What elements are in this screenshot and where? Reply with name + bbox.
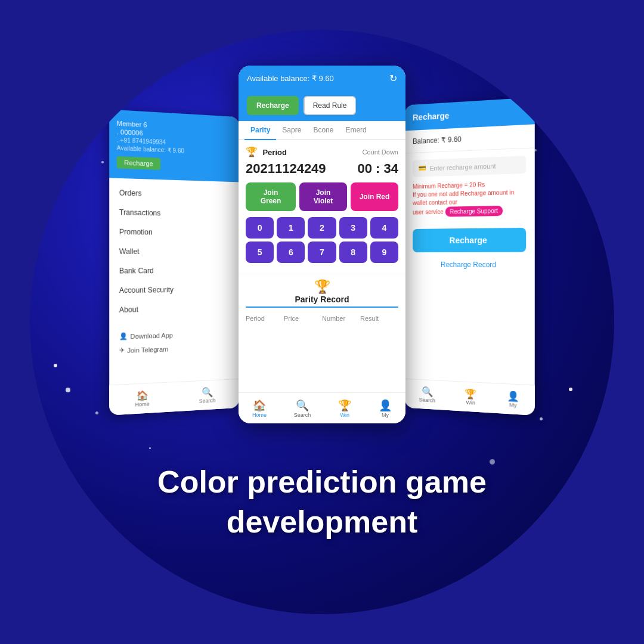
menu-transactions[interactable]: Transactions: [109, 202, 239, 224]
left-header: Member 6 . 000006 . +91 8741949934 Avail…: [109, 109, 239, 182]
center-nav-home[interactable]: 🏠 Home: [252, 399, 267, 418]
center-balance-label: Available balance: ₹ 9.60: [247, 74, 334, 83]
game-area: 🏆 Period Count Down 20211124249 00 : 34 …: [239, 140, 405, 274]
right-win-icon: 🏆: [465, 388, 476, 400]
num-2-button[interactable]: 2: [308, 217, 336, 239]
left-bottom-nav: 🏠 Home 🔍 Search: [109, 379, 239, 416]
record-trophy-icon: 🏆: [314, 279, 330, 295]
center-bottom-nav: 🏠 Home 🔍 Search 🏆 Win 👤 My: [239, 392, 405, 423]
center-home-icon: 🏠: [252, 399, 267, 412]
tab-sapre[interactable]: Sapre: [276, 121, 307, 140]
menu-orders[interactable]: Orders: [109, 183, 239, 206]
num-8-button[interactable]: 8: [339, 242, 367, 263]
record-table-header: Period Price Number Result: [246, 312, 398, 324]
menu-about[interactable]: About: [109, 298, 239, 320]
center-buttons-row: Recharge Read Rule: [239, 91, 405, 121]
right-input-section: 💳 Enter recharge amount Minimum Recharge…: [405, 148, 535, 276]
warning-line2: If you one not add Recharge amount in wa…: [413, 188, 526, 207]
right-screen: Recharge Balance: ₹ 9.60 💳 Enter recharg…: [405, 97, 535, 416]
bottom-text: Color prediction game development: [113, 462, 531, 543]
countdown-label: Count Down: [362, 148, 398, 156]
num-6-button[interactable]: 6: [277, 242, 305, 263]
menu-bankcard[interactable]: Bank Card: [109, 261, 239, 281]
join-violet-button[interactable]: Join Violet: [299, 182, 347, 211]
right-recharge-button[interactable]: Recharge: [413, 228, 526, 252]
left-screen: Member 6 . 000006 . +91 8741949934 Avail…: [109, 109, 239, 415]
col-result: Result: [360, 315, 398, 322]
refresh-icon[interactable]: ↻: [389, 73, 397, 84]
right-header-label: Recharge: [413, 111, 449, 122]
menu-promotion[interactable]: Promotion: [109, 222, 239, 243]
center-win-icon: 🏆: [338, 399, 351, 412]
left-nav-search[interactable]: 🔍 Search: [199, 386, 216, 404]
tab-emerd[interactable]: Emerd: [339, 121, 372, 140]
parity-record-header: 🏆 Parity Record: [246, 279, 398, 308]
right-search-icon: 🔍: [419, 386, 435, 398]
input-placeholder-text: Enter recharge amount: [430, 162, 496, 172]
tabs-row: Parity Sapre Bcone Emerd: [239, 121, 405, 140]
left-recharge-button[interactable]: Recharge: [117, 156, 160, 170]
warning-line3: user service Recharge Support: [413, 205, 526, 217]
center-screen: Available balance: ₹ 9.60 ↻ Recharge Rea…: [239, 66, 405, 423]
left-footer: 👤 Download App ✈ Join Telegram: [109, 321, 239, 363]
num-1-button[interactable]: 1: [277, 217, 305, 239]
record-divider: [246, 306, 398, 308]
right-nav-my[interactable]: 👤 My: [507, 390, 519, 408]
col-number: Number: [322, 315, 360, 322]
num-9-button[interactable]: 9: [370, 242, 398, 263]
left-menu: Orders Transactions Promotion Wallet Ban…: [109, 178, 239, 324]
num-3-button[interactable]: 3: [339, 217, 367, 239]
parity-record-section: 🏆 Parity Record Period Price Number Resu…: [239, 274, 405, 327]
home-icon: 🏠: [135, 389, 149, 402]
period-label: Period: [262, 148, 286, 157]
bottom-line2: development: [113, 502, 531, 543]
join-buttons-row: Join Green Join Violet Join Red: [246, 182, 398, 211]
left-nav-home[interactable]: 🏠 Home: [135, 389, 149, 408]
period-number-row: 20211124249 00 : 34: [246, 161, 398, 177]
period-row: 🏆 Period Count Down: [246, 146, 398, 157]
center-nav-win[interactable]: 🏆 Win: [338, 399, 351, 418]
countdown-time: 00 : 34: [358, 161, 399, 177]
right-bottom-nav: 🔍 Search 🏆 Win 👤 My: [405, 379, 535, 416]
period-number: 20211124249: [246, 161, 326, 177]
bottom-line1: Color prediction game: [113, 462, 531, 503]
num-0-button[interactable]: 0: [246, 217, 274, 239]
center-my-icon: 👤: [379, 399, 392, 412]
wallet-icon: 💳: [419, 165, 426, 172]
right-my-icon: 👤: [507, 390, 519, 402]
recharge-record-link[interactable]: Recharge Record: [413, 261, 526, 270]
center-search-icon: 🔍: [294, 399, 311, 412]
center-nav-my[interactable]: 👤 My: [379, 399, 392, 418]
number-grid: 0 1 2 3 4 5 6 7 8 9: [246, 217, 398, 263]
right-nav-win[interactable]: 🏆 Win: [465, 388, 476, 406]
menu-security[interactable]: Account Security: [109, 280, 239, 300]
tab-parity[interactable]: Parity: [244, 121, 276, 140]
menu-wallet[interactable]: Wallet: [109, 242, 239, 261]
screens-wrapper: Member 6 . 000006 . +91 8741949934 Avail…: [98, 66, 546, 453]
main-circle: Member 6 . 000006 . +91 8741949934 Avail…: [30, 30, 614, 614]
center-nav-search[interactable]: 🔍 Search: [294, 399, 311, 418]
period-trophy-icon: 🏆: [246, 147, 258, 157]
right-input-label: 💳 Enter recharge amount: [413, 156, 526, 177]
col-price: Price: [284, 315, 322, 322]
num-4-button[interactable]: 4: [370, 217, 398, 239]
num-7-button[interactable]: 7: [308, 242, 336, 263]
right-warning: Minimum Recharge = 20 Rs If you one not …: [413, 179, 526, 217]
recharge-support-button[interactable]: Recharge Support: [445, 206, 503, 217]
right-nav-search[interactable]: 🔍 Search: [419, 386, 435, 404]
join-telegram-item[interactable]: ✈ Join Telegram: [119, 340, 230, 357]
center-recharge-button[interactable]: Recharge: [247, 96, 299, 115]
read-rule-button[interactable]: Read Rule: [304, 96, 357, 115]
parity-record-title: Parity Record: [295, 295, 349, 304]
tab-bcone[interactable]: Bcone: [307, 121, 339, 140]
join-red-button[interactable]: Join Red: [351, 182, 398, 211]
join-green-button[interactable]: Join Green: [246, 182, 296, 211]
num-5-button[interactable]: 5: [246, 242, 274, 263]
search-icon: 🔍: [199, 386, 216, 398]
col-period: Period: [246, 315, 284, 322]
center-header: Available balance: ₹ 9.60 ↻: [239, 66, 405, 91]
